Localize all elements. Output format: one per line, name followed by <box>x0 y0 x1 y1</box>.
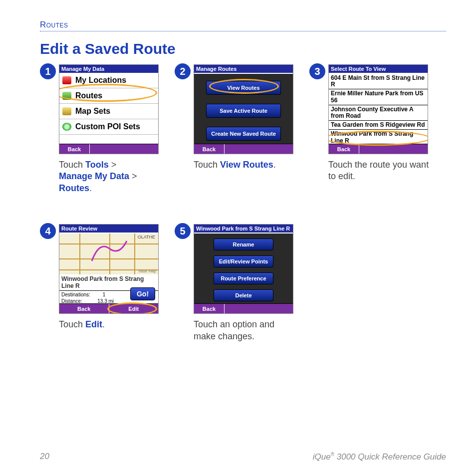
step-2: 2 Manage Routes View Routes Save Active … <box>175 64 304 194</box>
page-footer: 20 iQue® 3000 Quick Reference Guide <box>40 452 446 462</box>
route-item[interactable]: Johnson County Executive A from Road <box>329 105 428 121</box>
mapsets-icon <box>62 107 71 115</box>
bottom-bar: Back <box>194 144 293 154</box>
screen-body: View Routes Save Active Route Create New… <box>194 74 293 144</box>
bottom-blank <box>224 304 293 313</box>
step-badge-1: 1 <box>40 63 56 79</box>
screen-title: Manage Routes <box>194 65 293 73</box>
caption-2: Touch View Routes. <box>194 159 293 171</box>
screenshot-2: Manage Routes View Routes Save Active Ro… <box>194 64 293 154</box>
screenshot-3: Select Route To View 604 E Main St from … <box>328 64 428 154</box>
list-item[interactable]: Custom POI Sets <box>59 119 158 135</box>
map-city-label: OLATHE <box>138 235 155 239</box>
screenshot-1: Manage My Data My Locations Routes Map S… <box>59 64 159 154</box>
save-active-route-button[interactable]: Save Active Route <box>206 104 281 118</box>
bottom-bar: Back <box>59 144 158 154</box>
bottom-blank <box>359 144 428 154</box>
map-preview: OLATHE base map <box>59 234 158 274</box>
go-button[interactable]: Go! <box>130 287 155 300</box>
edit-points-button[interactable]: Edit/Review Points <box>214 255 273 267</box>
route-pref-button[interactable]: Route Preference <box>214 272 273 284</box>
step-5: 5 Winwood Park from S Strang Line R Rena… <box>175 224 304 342</box>
heart-icon <box>62 76 71 84</box>
back-button[interactable]: Back <box>194 304 224 313</box>
back-button[interactable]: Back <box>329 144 359 154</box>
step-badge-2: 2 <box>175 63 191 79</box>
caption-4: Touch Edit. <box>59 319 159 330</box>
route-item[interactable]: Ernie Miller Nature Park from US 56 <box>329 89 428 105</box>
back-button[interactable]: Back <box>59 304 109 313</box>
section-label: Routes <box>40 20 446 30</box>
list-item[interactable]: My Locations <box>59 73 158 88</box>
map-sub-label: base map <box>139 269 156 273</box>
step-4: 4 Route Review OLATHE base map <box>40 224 170 342</box>
caption-1: Touch Tools > Manage My Data > Routes. <box>59 159 159 194</box>
step-badge-4: 4 <box>40 223 56 239</box>
bottom-blank <box>224 144 293 154</box>
screen-title: Select Route To View <box>329 65 428 73</box>
delete-button[interactable]: Delete <box>214 289 273 301</box>
back-button[interactable]: Back <box>59 144 89 154</box>
bottom-bar: Back <box>329 144 428 154</box>
bottom-blank <box>89 144 158 154</box>
route-item[interactable]: 604 E Main St from S Strang Line R <box>329 74 428 89</box>
screen-body: Rename Edit/Review Points Route Preferen… <box>194 234 293 303</box>
routes-icon <box>62 92 71 100</box>
page-title: Edit a Saved Route <box>40 40 446 57</box>
view-routes-button[interactable]: View Routes <box>206 81 281 95</box>
screen-title: Route Review <box>59 225 158 233</box>
rename-button[interactable]: Rename <box>214 238 273 250</box>
back-button[interactable]: Back <box>194 144 224 154</box>
list-label: Routes <box>75 91 102 100</box>
list-label: Map Sets <box>75 107 110 116</box>
screen-title: Winwood Park from S Strang Line R <box>194 225 293 233</box>
caption-3: Touch the route you want to edit. <box>328 159 433 183</box>
step-3: 3 Select Route To View 604 E Main St fro… <box>309 64 439 194</box>
caption-5: Touch an option and make changes. <box>194 319 298 342</box>
route-item[interactable]: Winwood Park from S Strang Line R <box>329 130 428 145</box>
route-list: 604 E Main St from S Strang Line R Ernie… <box>329 74 428 144</box>
bottom-bar: Back Edit <box>59 303 158 313</box>
screen-title: Manage My Data <box>59 65 158 73</box>
bottom-bar: Back <box>194 303 293 313</box>
step-badge-5: 5 <box>175 223 191 239</box>
guide-title: iQue® 3000 Quick Reference Guide <box>313 452 446 462</box>
manage-data-list: My Locations Routes Map Sets Custom POI … <box>59 73 158 135</box>
poi-icon <box>62 123 71 131</box>
list-label: My Locations <box>75 76 126 85</box>
step-badge-3: 3 <box>309 63 325 79</box>
page-number: 20 <box>40 452 49 462</box>
create-new-route-button[interactable]: Create New Saved Route <box>206 127 281 141</box>
screenshot-5: Winwood Park from S Strang Line R Rename… <box>194 224 293 314</box>
edit-button[interactable]: Edit <box>109 304 159 313</box>
list-label: Custom POI Sets <box>75 122 140 131</box>
step-1: 1 Manage My Data My Locations Routes Map… <box>40 64 170 194</box>
divider <box>40 31 446 31</box>
screenshot-4: Route Review OLATHE base map Winwood Par… <box>59 224 159 314</box>
list-item[interactable]: Routes <box>59 88 158 104</box>
list-item[interactable]: Map Sets <box>59 104 158 119</box>
route-item[interactable]: Tea Garden from S Ridgeview Rd <box>329 121 428 130</box>
steps-grid: 1 Manage My Data My Locations Routes Map… <box>40 64 446 342</box>
